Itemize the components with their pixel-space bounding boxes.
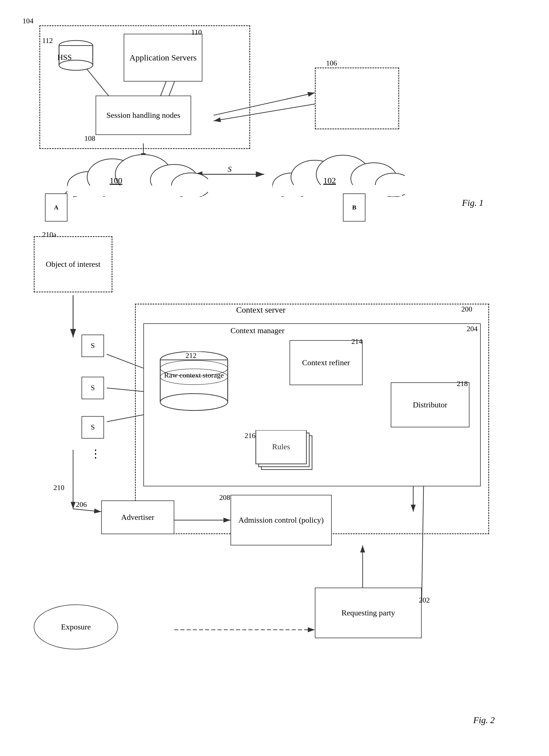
raw-context-label: Raw context storage <box>163 371 225 380</box>
device-b-label: B <box>352 204 356 211</box>
context-refiner-label: Context refiner <box>302 358 350 367</box>
ref-204: 204 <box>467 325 478 333</box>
context-refiner-box: Context refiner <box>290 340 363 385</box>
ref-112: 112 <box>42 37 53 45</box>
app-servers-box: Application Servers <box>124 34 202 82</box>
sensor-s3: S <box>82 416 104 439</box>
admission-control-label: Admission control (policy) <box>238 516 324 525</box>
ref-100-label: 100 <box>110 176 122 185</box>
fig1-diagram: 104 HSS 112 Application Servers 110 Sess… <box>17 11 540 202</box>
ref-218: 218 <box>457 380 468 388</box>
svg-rect-26 <box>67 186 202 196</box>
session-handling-box: Session handling nodes <box>96 96 191 135</box>
svg-rect-34 <box>273 185 402 196</box>
raw-context-storage: Raw context storage <box>155 351 233 413</box>
sensor-s2: S <box>82 377 104 399</box>
fig2-diagram: 210a Object of interest S S S ⋮ 210 Cont… <box>17 214 540 737</box>
advertiser-label: Advertiser <box>121 513 154 522</box>
advertiser-box: Advertiser <box>101 500 174 534</box>
ref-102-label: 102 <box>323 176 336 185</box>
ref-110: 110 <box>191 28 202 37</box>
object-of-interest-label: Object of interest <box>46 260 100 269</box>
session-handling-label: Session handling nodes <box>107 111 180 120</box>
distributor-label: Distributor <box>413 400 448 409</box>
admission-control-box: Admission control (policy) <box>231 495 332 545</box>
device-a-label: A <box>54 204 58 211</box>
exposure-label: Exposure <box>61 622 91 631</box>
context-manager-label: Context manager <box>231 326 284 335</box>
rules-stack: Rules <box>253 430 320 476</box>
s-arrow-label: S <box>228 165 232 174</box>
box-106 <box>315 67 399 129</box>
svg-text:Rules: Rules <box>272 442 290 451</box>
exposure-ellipse: Exposure <box>34 604 118 649</box>
object-of-interest-box: Object of interest <box>34 236 112 292</box>
sensor-dots: ⋮ <box>90 447 103 460</box>
fig1-label: Fig. 1 <box>462 198 484 208</box>
cloud-100 <box>62 152 208 197</box>
ref-106: 106 <box>326 59 337 67</box>
ref-210: 210 <box>53 484 64 492</box>
distributor-box: Distributor <box>391 382 469 427</box>
ref-108: 108 <box>84 134 95 143</box>
page: 104 HSS 112 Application Servers 110 Sess… <box>0 0 549 756</box>
svg-point-58 <box>160 394 228 410</box>
ref-202: 202 <box>419 596 430 604</box>
ref-200: 200 <box>461 305 472 313</box>
requesting-party-label: Requesting party <box>342 608 395 617</box>
requesting-party-box: Requesting party <box>315 588 422 638</box>
ref-208: 208 <box>219 493 230 502</box>
ref-104: 104 <box>22 17 33 25</box>
svg-line-52 <box>73 509 101 512</box>
cloud-102 <box>270 152 405 197</box>
ref-216: 216 <box>245 432 256 440</box>
fig2-label: Fig. 2 <box>473 715 495 725</box>
ref-212: 212 <box>186 351 196 360</box>
app-servers-label: Application Servers <box>129 53 196 62</box>
context-server-label: Context server <box>236 305 286 315</box>
ref-214: 214 <box>351 337 362 346</box>
sensor-s1: S <box>82 335 104 357</box>
hss-label: HSS <box>57 53 72 62</box>
ref-206: 206 <box>76 500 87 509</box>
